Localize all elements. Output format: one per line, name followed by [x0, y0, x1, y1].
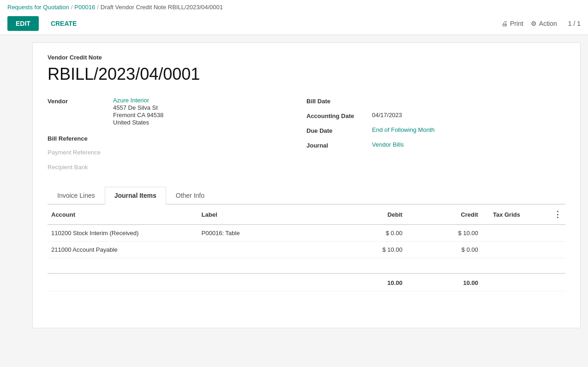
accounting-date-row: Accounting Date 04/17/2023	[306, 112, 565, 124]
cell-credit: $ 0.00	[414, 242, 489, 258]
breadcrumb-parent2[interactable]: P00016	[74, 4, 95, 11]
payment-reference-row: Payment Reference	[48, 149, 306, 161]
bill-reference-row: Bill Reference	[48, 134, 306, 146]
cell-account: 110200 Stock Interim (Received)	[48, 225, 198, 242]
col-header-credit: Credit	[414, 205, 489, 225]
cell-label: P00016: Table	[198, 225, 323, 242]
breadcrumb-parent1[interactable]: Requests for Quotation	[7, 4, 69, 11]
total-credit: 10.00	[414, 273, 489, 291]
breadcrumb-current: Draft Vendor Credit Note RBILL/2023/04/0…	[101, 4, 223, 11]
due-date-row: Due Date End of Following Month	[306, 126, 565, 138]
breadcrumb-sep2: /	[97, 4, 99, 11]
cell-options	[550, 242, 565, 258]
total-empty3	[489, 273, 550, 291]
tab-journal-items[interactable]: Journal Items	[105, 187, 166, 205]
toolbar: EDIT CREATE 🖨 Print ⚙ Action 1 / 1	[7, 12, 581, 35]
vendor-address1: 4557 De Silva St	[113, 104, 163, 111]
accounting-date-label: Accounting Date	[306, 112, 366, 119]
top-bar: Requests for Quotation / P00016 / Draft …	[0, 0, 588, 35]
total-empty2	[198, 273, 323, 291]
total-empty1	[48, 273, 198, 291]
recipient-bank-value[interactable]: Recipient Bank	[48, 164, 88, 171]
action-label: Action	[539, 20, 557, 27]
pagination: 1 / 1	[568, 20, 581, 27]
table-row: 211000 Account Payable $ 10.00 $ 0.00	[48, 242, 565, 258]
action-action[interactable]: ⚙ Action	[531, 20, 557, 27]
form-left: Vendor Azure Interior 4557 De Silva St F…	[48, 97, 306, 176]
column-options-icon[interactable]: ⋮	[553, 210, 562, 219]
vendor-field-row: Vendor Azure Interior 4557 De Silva St F…	[48, 97, 306, 126]
cell-debit: $ 10.00	[323, 242, 414, 258]
accounting-date-value[interactable]: 04/17/2023	[372, 112, 402, 118]
total-empty4	[550, 273, 565, 291]
tab-invoice-lines[interactable]: Invoice Lines	[48, 187, 105, 205]
print-label: Print	[510, 20, 523, 27]
recipient-bank-row: Recipient Bank	[48, 164, 306, 176]
journal-table: Account Label Debit Credit Tax Grids ⋮ 1…	[48, 205, 565, 291]
tabs-bar: Invoice Lines Journal Items Other Info	[48, 187, 565, 205]
vendor-name[interactable]: Azure Interior	[113, 97, 163, 104]
payment-reference-value[interactable]: Payment Reference	[48, 149, 101, 156]
total-debit: 10.00	[323, 273, 414, 291]
cell-options	[550, 225, 565, 242]
tab-other-info[interactable]: Other Info	[166, 187, 214, 205]
journal-label: Journal	[306, 141, 366, 149]
bill-date-row: Bill Date	[306, 97, 565, 109]
col-header-options: ⋮	[550, 205, 565, 225]
cell-label	[198, 242, 323, 258]
main-content: Vendor Credit Note RBILL/2023/04/0001 Ve…	[32, 42, 581, 328]
vendor-address3: United States	[113, 119, 163, 126]
col-header-label: Label	[198, 205, 323, 225]
breadcrumb: Requests for Quotation / P00016 / Draft …	[7, 0, 581, 12]
col-header-debit: Debit	[323, 205, 414, 225]
create-button[interactable]: CREATE	[42, 16, 85, 31]
print-icon: 🖨	[501, 20, 508, 27]
journal-row: Journal Vendor Bills	[306, 141, 565, 153]
table-row: 110200 Stock Interim (Received) P00016: …	[48, 225, 565, 242]
cell-taxgrids	[489, 242, 550, 258]
print-action[interactable]: 🖨 Print	[501, 20, 523, 27]
gear-icon: ⚙	[531, 20, 537, 27]
journal-value[interactable]: Vendor Bills	[372, 141, 404, 148]
vendor-address: Azure Interior 4557 De Silva St Fremont …	[113, 97, 163, 126]
cell-credit: $ 10.00	[414, 225, 489, 242]
totals-row: 10.00 10.00	[48, 273, 565, 291]
bill-reference-label: Bill Reference	[48, 134, 108, 142]
due-date-value[interactable]: End of Following Month	[372, 126, 435, 133]
form-right: Bill Date Accounting Date 04/17/2023 Due…	[306, 97, 565, 176]
col-header-taxgrids: Tax Grids	[489, 205, 550, 225]
edit-button[interactable]: EDIT	[7, 16, 39, 31]
bill-date-label: Bill Date	[306, 97, 366, 105]
toolbar-actions: 🖨 Print ⚙ Action	[501, 20, 557, 27]
cell-taxgrids	[489, 225, 550, 242]
form-grid: Vendor Azure Interior 4557 De Silva St F…	[48, 97, 565, 176]
doc-type-label: Vendor Credit Note	[48, 54, 565, 61]
vendor-address2: Fremont CA 94538	[113, 112, 163, 118]
breadcrumb-sep1: /	[71, 4, 73, 11]
cell-account: 211000 Account Payable	[48, 242, 198, 258]
vendor-label: Vendor	[48, 97, 108, 105]
doc-number: RBILL/2023/04/0001	[48, 65, 565, 84]
col-header-account: Account	[48, 205, 198, 225]
table-container: Account Label Debit Credit Tax Grids ⋮ 1…	[48, 205, 565, 291]
due-date-label: Due Date	[306, 126, 366, 134]
cell-debit: $ 0.00	[323, 225, 414, 242]
